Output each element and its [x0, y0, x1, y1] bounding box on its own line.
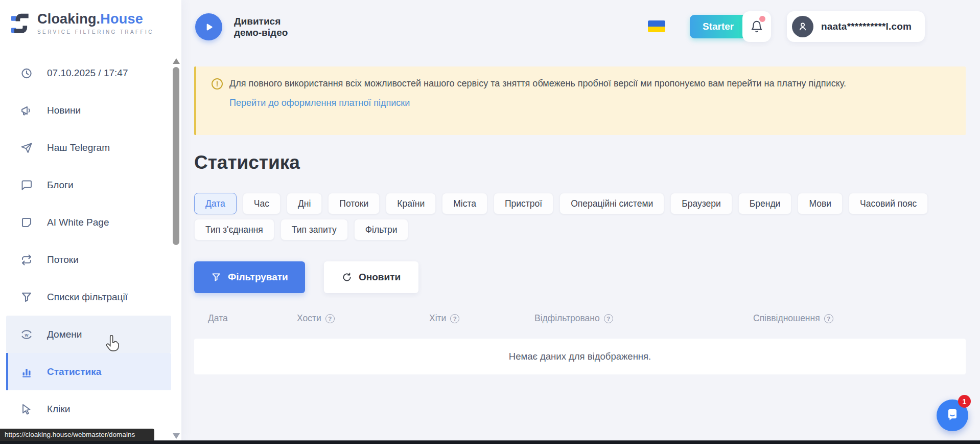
brand-tagline: SERVICE FILTERING TRAFFIC [37, 29, 154, 35]
clock-icon [20, 66, 33, 80]
tab-devices[interactable]: Пристрої [494, 193, 553, 214]
sidebar-item-domains[interactable]: w Домени [6, 316, 171, 353]
window-bottom-edge [0, 440, 980, 444]
page-title: Статистика [194, 152, 300, 173]
sidebar-item-datetime: 07.10.2025 / 17:47 [6, 54, 171, 92]
sidebar-scroll-up-arrow[interactable] [173, 58, 180, 64]
sidebar-item-telegram[interactable]: Наш Telegram [6, 129, 171, 166]
sidebar-item-label: Новини [47, 105, 81, 116]
warning-icon: ! [212, 78, 223, 90]
column-header-date: Дата [208, 313, 297, 324]
megaphone-icon [20, 104, 33, 117]
chat-bubble-icon [20, 179, 33, 192]
language-flag-ua[interactable] [648, 20, 665, 32]
table-header-row: Дата Хости? Хіти? Відфільтровано? Співві… [194, 313, 966, 324]
play-demo-button[interactable] [195, 13, 222, 40]
play-icon [203, 21, 215, 33]
tab-flows[interactable]: Потоки [328, 193, 380, 214]
tab-date[interactable]: Дата [194, 193, 237, 214]
filter-button[interactable]: Фільтрувати [194, 261, 305, 293]
sidebar-scrollbar-thumb[interactable] [173, 67, 179, 245]
sidebar: Cloaking.House SERVICE FILTERING TRAFFIC… [0, 0, 181, 444]
trial-warning-banner: ! Для повного використання всіх можливос… [194, 66, 966, 135]
tab-browsers[interactable]: Браузери [670, 193, 732, 214]
notification-dot [759, 16, 765, 22]
sidebar-nav: 07.10.2025 / 17:47 Новини Наш Telegram Б… [0, 54, 181, 428]
sidebar-item-blogs[interactable]: Блоги [6, 166, 171, 204]
funnel-icon [211, 272, 221, 282]
column-header-hosts: Хости? [297, 313, 429, 324]
sidebar-item-statistics[interactable]: Статистика [6, 353, 171, 390]
tab-time[interactable]: Час [243, 193, 281, 214]
column-header-hits: Хіти? [429, 313, 534, 324]
column-header-ratio: Співвідношення? [753, 313, 966, 324]
sidebar-item-label: Домени [47, 329, 82, 340]
plan-badge-button[interactable]: Starter [690, 15, 746, 38]
domains-icon: w [20, 328, 33, 341]
help-icon[interactable]: ? [824, 314, 833, 323]
brand-logo[interactable]: Cloaking.House SERVICE FILTERING TRAFFIC [11, 11, 154, 35]
tab-filters[interactable]: Фільтри [354, 219, 409, 240]
filter-tabs-row-2: Тип з'єднання Тип запиту Фільтри [194, 219, 408, 240]
page-icon [20, 216, 33, 229]
flag-blue-stripe [648, 20, 665, 27]
sidebar-item-label: Списки фільтрації [47, 292, 128, 303]
tab-languages[interactable]: Мови [798, 193, 843, 214]
tab-countries[interactable]: Країни [386, 193, 436, 214]
notifications-button[interactable] [742, 11, 771, 42]
tab-brands[interactable]: Бренди [738, 193, 792, 214]
flows-icon [20, 253, 33, 267]
telegram-icon [20, 141, 33, 154]
table-empty-state: Немає даних для відображення. [194, 339, 966, 374]
banner-text: Для повного використання всіх можливосте… [229, 78, 846, 90]
help-icon[interactable]: ? [325, 314, 335, 323]
tab-cities[interactable]: Міста [442, 193, 487, 214]
avatar [792, 16, 813, 37]
tab-days[interactable]: Дні [287, 193, 322, 214]
brand-name: Cloaking.House [37, 11, 154, 27]
sidebar-item-label: AI White Page [47, 217, 109, 228]
help-icon[interactable]: ? [450, 314, 459, 323]
subscribe-link[interactable]: Перейти до оформлення платної підписки [229, 98, 410, 108]
chat-unread-badge: 1 [958, 395, 971, 408]
svg-text:w: w [24, 332, 29, 337]
sidebar-item-filter-lists[interactable]: Списки фільтрації [6, 278, 171, 316]
chat-widget-button[interactable]: 1 [937, 399, 968, 431]
tab-timezone[interactable]: Часовий пояс [849, 193, 928, 214]
sidebar-item-label: Статистика [47, 366, 101, 378]
sidebar-item-clicks[interactable]: Кліки [6, 390, 171, 428]
filter-tabs-row-1: Дата Час Дні Потоки Країни Міста Пристро… [194, 193, 928, 214]
column-header-filtered: Відфільтровано? [534, 313, 753, 324]
sidebar-item-label: 07.10.2025 / 17:47 [47, 68, 128, 79]
brand-logo-icon [11, 11, 31, 35]
sidebar-item-label: Блоги [47, 180, 74, 191]
sidebar-item-label: Потоки [47, 254, 79, 265]
sidebar-item-label: Кліки [47, 404, 70, 415]
help-icon[interactable]: ? [604, 314, 613, 323]
watch-demo-label[interactable]: Дивитися демо-відео [234, 16, 288, 38]
tab-operating-systems[interactable]: Операційні системи [559, 193, 664, 214]
user-account-chip[interactable]: naata**********l.com [787, 11, 925, 42]
sidebar-scroll-down-arrow[interactable] [173, 433, 180, 439]
chat-widget-icon [944, 407, 961, 424]
refresh-icon [342, 272, 352, 282]
sidebar-item-ai-white-page[interactable]: AI White Page [6, 204, 171, 241]
sidebar-item-label: Наш Telegram [47, 142, 110, 153]
refresh-button[interactable]: Оновити [324, 261, 418, 293]
cursor-icon [20, 403, 33, 416]
flag-yellow-stripe [648, 27, 665, 32]
sidebar-item-news[interactable]: Новини [6, 92, 171, 129]
browser-status-url: https://cloaking.house/webmaster/domains [0, 429, 154, 441]
tab-connection-type[interactable]: Тип з'єднання [194, 219, 274, 240]
user-email: naata**********l.com [821, 21, 912, 32]
tab-request-type[interactable]: Тип запиту [281, 219, 348, 240]
funnel-icon [20, 291, 33, 304]
bar-chart-icon [20, 365, 33, 379]
sidebar-item-flows[interactable]: Потоки [6, 241, 171, 278]
